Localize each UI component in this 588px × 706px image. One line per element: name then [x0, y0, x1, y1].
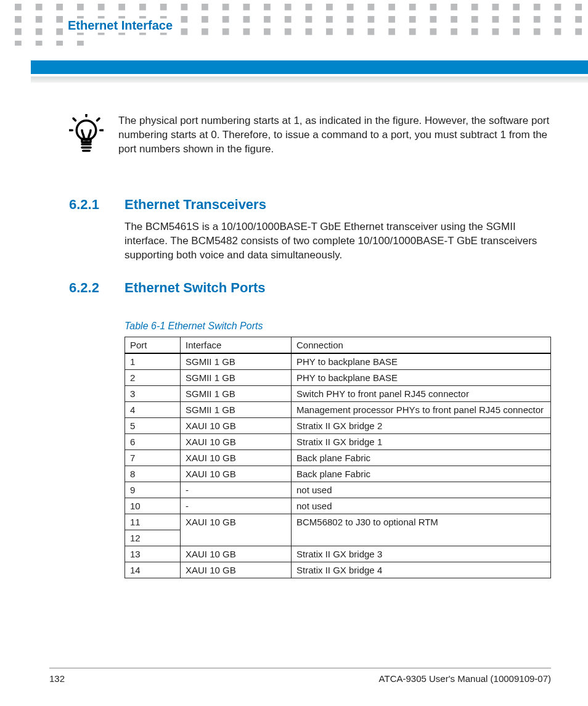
- svg-point-0: [76, 121, 96, 141]
- cell-connection: Back plane Fabric: [292, 466, 551, 482]
- cell-interface: XAUI 10 GB: [181, 562, 292, 578]
- cell-port: 13: [125, 546, 181, 562]
- cell-interface: XAUI 10 GB: [181, 433, 292, 449]
- cell-interface: XAUI 10 GB: [181, 514, 292, 546]
- cell-connection: Stratix II GX bridge 1: [292, 433, 551, 449]
- cell-connection: Management processor PHYs to front panel…: [292, 401, 551, 417]
- table-header-connection: Connection: [292, 337, 551, 353]
- cell-connection: PHY to backplane BASE: [292, 369, 551, 385]
- cell-interface: SGMII 1 GB: [181, 369, 292, 385]
- cell-connection: Switch PHY to front panel RJ45 connector: [292, 385, 551, 401]
- table-row: 1SGMII 1 GBPHY to backplane BASE: [125, 353, 551, 370]
- cell-interface: SGMII 1 GB: [181, 385, 292, 401]
- section-number: 6.2.2: [69, 280, 102, 296]
- section-title: Ethernet Switch Ports: [125, 280, 266, 296]
- cell-connection: Stratix II GX bridge 4: [292, 562, 551, 578]
- table-row: 9-not used: [125, 482, 551, 498]
- cell-interface: -: [181, 482, 292, 498]
- table-header-port: Port: [125, 337, 181, 353]
- cell-connection: not used: [292, 498, 551, 514]
- cell-connection: PHY to backplane BASE: [292, 353, 551, 370]
- cell-interface: XAUI 10 GB: [181, 449, 292, 466]
- cell-port: 11: [125, 514, 181, 530]
- lightbulb-icon: [69, 114, 104, 160]
- page-footer: 132 ATCA-9305 User's Manual (10009109-07…: [49, 668, 551, 684]
- cell-connection: Stratix II GX bridge 3: [292, 546, 551, 562]
- svg-line-3: [97, 118, 100, 121]
- cell-interface: XAUI 10 GB: [181, 466, 292, 482]
- section-6-2-2: 6.2.2 Ethernet Switch Ports: [69, 280, 551, 296]
- cell-interface: XAUI 10 GB: [181, 546, 292, 562]
- cell-port: 5: [125, 417, 181, 433]
- cell-port: 10: [125, 498, 181, 514]
- cell-port: 2: [125, 369, 181, 385]
- cell-connection: not used: [292, 482, 551, 498]
- cell-connection: Stratix II GX bridge 2: [292, 417, 551, 433]
- table-row: 4SGMII 1 GBManagement processor PHYs to …: [125, 401, 551, 417]
- cell-connection: Back plane Fabric: [292, 449, 551, 466]
- table-row: 14XAUI 10 GBStratix II GX bridge 4: [125, 562, 551, 578]
- section-number: 6.2.1: [69, 197, 102, 213]
- cell-port: 8: [125, 466, 181, 482]
- ethernet-switch-ports-table: Port Interface Connection 1SGMII 1 GBPHY…: [125, 337, 551, 578]
- doc-title: ATCA-9305 User's Manual (10009109-07): [379, 673, 551, 684]
- cell-port: 4: [125, 401, 181, 417]
- cell-port: 14: [125, 562, 181, 578]
- cell-port: 9: [125, 482, 181, 498]
- table-row: 10-not used: [125, 498, 551, 514]
- table-header-interface: Interface: [181, 337, 292, 353]
- cell-interface: XAUI 10 GB: [181, 417, 292, 433]
- cell-interface: SGMII 1 GB: [181, 353, 292, 370]
- header-blue-bar: [31, 60, 588, 74]
- cell-connection: BCM56802 to J30 to optional RTM: [292, 514, 551, 546]
- section-6-2-1: 6.2.1 Ethernet Transceivers The BCM5461S…: [69, 197, 551, 263]
- cell-port: 3: [125, 385, 181, 401]
- table-row: 7XAUI 10 GBBack plane Fabric: [125, 449, 551, 466]
- table-row: 6XAUI 10 GBStratix II GX bridge 1: [125, 433, 551, 449]
- table-row: 2SGMII 1 GBPHY to backplane BASE: [125, 369, 551, 385]
- page-number: 132: [49, 673, 65, 684]
- table-row: 11XAUI 10 GBBCM56802 to J30 to optional …: [125, 514, 551, 530]
- tip-text: The physical port numbering starts at 1,…: [118, 114, 551, 160]
- table-caption: Table 6-1 Ethernet Switch Ports: [125, 321, 551, 332]
- section-body: The BCM5461S is a 10/100/1000BASE-T GbE …: [125, 220, 551, 263]
- table-row: 8XAUI 10 GBBack plane Fabric: [125, 466, 551, 482]
- cell-port: 6: [125, 433, 181, 449]
- table-row: 5XAUI 10 GBStratix II GX bridge 2: [125, 417, 551, 433]
- cell-port: 12: [125, 530, 181, 546]
- section-title: Ethernet Transceivers: [125, 197, 266, 213]
- svg-line-2: [73, 118, 76, 121]
- cell-port: 1: [125, 353, 181, 370]
- page-header-title: Ethernet Interface: [64, 18, 176, 33]
- table-row: 13XAUI 10 GBStratix II GX bridge 3: [125, 546, 551, 562]
- tip-block: The physical port numbering starts at 1,…: [69, 114, 551, 160]
- cell-port: 7: [125, 449, 181, 466]
- table-row: 3SGMII 1 GBSwitch PHY to front panel RJ4…: [125, 385, 551, 401]
- cell-interface: -: [181, 498, 292, 514]
- cell-interface: SGMII 1 GB: [181, 401, 292, 417]
- header-gray-bar: [31, 76, 588, 83]
